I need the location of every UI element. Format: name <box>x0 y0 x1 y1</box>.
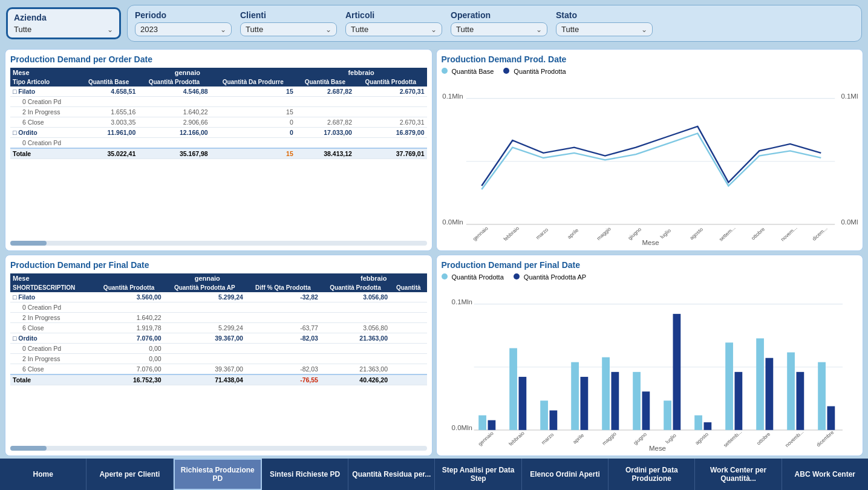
articoli-filter[interactable]: Articoli Tutte ⌄ <box>345 10 442 36</box>
azienda-filter[interactable]: Azienda Tutte ⌄ <box>6 7 121 39</box>
table-row: □ Filato 3.560,00 5.299,24 -32,82 3.056,… <box>10 292 427 302</box>
panel-top-right-title: Production Demand Prod. Date <box>442 54 858 64</box>
svg-text:0.1Mln: 0.1Mln <box>451 298 472 305</box>
main-content: Production Demand per Order Date Mese ge… <box>0 47 868 459</box>
bar <box>703 422 711 430</box>
table-row: 6 Close 3.003,35 2.906,66 0 2.687,82 2.6… <box>10 117 427 128</box>
svg-text:agosto: agosto <box>693 431 710 445</box>
svg-text:settemb...: settemb... <box>722 429 743 448</box>
th-qprod-feb: Quantità Prodotta <box>354 77 427 87</box>
clienti-value: Tutte <box>246 25 322 34</box>
nav-step-analisi[interactable]: Step Analisi per Data Step <box>435 459 521 490</box>
table-row: □ Ordito 7.076,00 39.367,00 -82,03 21.36… <box>10 333 427 343</box>
nav-sintesi-richieste[interactable]: Sintesi Richieste PD <box>262 459 348 490</box>
articoli-chevron-icon: ⌄ <box>431 25 437 34</box>
table-row: 2 In Progress 1.640,22 <box>10 312 427 322</box>
periodo-chevron-icon: ⌄ <box>220 25 226 34</box>
table-row-total: Totale 16.752,30 71.438,04 -76,55 40.426… <box>10 374 427 385</box>
legend-dot-base <box>442 68 448 74</box>
bar-chart-area: 0.1Mln 0.0Mln Quantità Prodotta e Qu... <box>442 283 858 451</box>
table-row: 0 Creation Pd <box>10 97 427 107</box>
nav-aperte-clienti[interactable]: Aperte per Clienti <box>86 459 173 490</box>
operation-filter[interactable]: Operation Tutte ⌄ <box>451 10 547 36</box>
nav-elenco-ordini[interactable]: Elenco Ordini Aperti <box>522 459 609 490</box>
th-febbraio-final: febbraio <box>321 273 427 283</box>
svg-text:luglio: luglio <box>664 432 677 444</box>
bar <box>549 410 557 430</box>
panel-bottom-right: Production Demand per Final Date Quantit… <box>436 255 864 457</box>
bar <box>664 400 671 430</box>
clienti-chevron-icon: ⌄ <box>325 25 331 34</box>
bar <box>509 348 517 430</box>
svg-text:novemb...: novemb... <box>783 429 804 448</box>
chart-legend-top: Quantità Base Quantità Prodotta <box>442 68 858 75</box>
bar <box>765 358 773 430</box>
svg-text:0.0Mln: 0.0Mln <box>841 218 858 225</box>
svg-text:dicem...: dicem... <box>811 226 828 242</box>
nav-home[interactable]: Home <box>0 459 86 490</box>
bar <box>518 376 526 430</box>
stato-filter[interactable]: Stato Tutte ⌄ <box>556 10 653 36</box>
table-row: 2 In Progress 0,00 <box>10 353 427 364</box>
svg-text:Mese: Mese <box>642 240 659 246</box>
clienti-filter[interactable]: Clienti Tutte ⌄ <box>240 10 337 36</box>
scrollbar-bottom-left[interactable] <box>10 446 427 451</box>
periodo-filter[interactable]: Periodo 2023 ⌄ <box>135 10 232 36</box>
chart-legend-bottom: Quantità Prodotta Quantità Prodotta AP <box>442 273 858 281</box>
panel-top-left: Production Demand per Order Date Mese ge… <box>5 49 432 251</box>
bar <box>540 400 548 430</box>
nav-work-center-quantita[interactable]: Work Center per Quantità... <box>695 459 782 490</box>
bar <box>756 338 764 430</box>
line-prodotta <box>481 126 821 186</box>
stato-label: Stato <box>556 10 653 20</box>
th-qprodap-final: Quantità Prodotta AP <box>164 283 246 292</box>
th-qty-feb-final: Quantità <box>390 283 426 292</box>
operation-chevron-icon: ⌄ <box>536 25 542 34</box>
operation-label: Operation <box>451 10 547 20</box>
bar <box>673 313 680 430</box>
articoli-label: Articoli <box>345 10 442 20</box>
legend-dot-qprodottaap <box>514 273 520 279</box>
svg-text:ottobre: ottobre <box>755 431 771 446</box>
nav-abc-work-center[interactable]: ABC Work Center <box>782 459 868 490</box>
line-chart-svg: 0.1Mln 0.0Mln 0.1Mln 0.0Mln Quantità Bas… <box>442 77 858 246</box>
th-qbase-jan: Quantità Base <box>79 77 138 87</box>
bar <box>818 362 826 430</box>
th-tipo-articolo: Tipo Articolo <box>10 77 79 87</box>
nav-ordini-data[interactable]: Ordini per Data Produzione <box>609 459 695 490</box>
scrollbar-thumb-2 <box>10 446 47 451</box>
panel-bottom-left-title: Production Demand per Final Date <box>10 260 427 270</box>
scrollbar-thumb <box>10 241 47 246</box>
bar <box>827 406 835 430</box>
th-shortdesc: Mese <box>10 273 94 283</box>
table-row: □ Filato 4.658,51 4.546,88 15 2.687,82 2… <box>10 87 427 97</box>
th-gennaio: gennaio <box>79 68 296 77</box>
bar <box>611 371 619 430</box>
svg-text:agosto: agosto <box>688 226 704 241</box>
bar <box>694 415 702 430</box>
nav-quantita-residua[interactable]: Quantità Residua per... <box>348 459 435 490</box>
svg-text:0.0Mln: 0.0Mln <box>442 218 463 225</box>
th-diff-final: Diff % Qta Prodotta <box>246 283 321 292</box>
bar-chart-svg: 0.1Mln 0.0Mln Quantità Prodotta e Qu... <box>442 283 858 451</box>
bar <box>787 352 795 430</box>
th-shortdesc-col: SHORTDESCRIPTION <box>10 283 94 292</box>
bar <box>725 342 733 430</box>
table-row: 0 Creation Pd 0,00 <box>10 343 427 353</box>
svg-text:Mese: Mese <box>648 445 665 451</box>
panel-top-right: Production Demand Prod. Date Quantità Ba… <box>436 49 864 251</box>
final-date-table: Mese gennaio febbraio SHORTDESCRIPTION Q… <box>10 273 427 385</box>
scrollbar-top-left[interactable] <box>10 241 427 246</box>
legend-item-qprodottaap: Quantità Prodotta AP <box>514 273 586 281</box>
table-row: 6 Close 1.919,78 5.299,24 -63,77 3.056,8… <box>10 322 427 333</box>
bar <box>633 371 641 430</box>
panel-bottom-right-title: Production Demand per Final Date <box>442 260 858 270</box>
th-febbraio: febbraio <box>296 68 427 77</box>
order-date-table: Mese gennaio febbraio Tipo Articolo Quan… <box>10 68 427 159</box>
table-row: 0 Creation Pd <box>10 302 427 312</box>
bar <box>796 371 804 430</box>
azienda-value: Tutte <box>14 25 31 34</box>
legend-item-prodotta: Quantità Prodotta <box>503 68 566 75</box>
nav-richiesta-produzione[interactable]: Richiesta Produzione PD <box>174 459 262 490</box>
legend-dot-prodotta <box>503 68 509 74</box>
